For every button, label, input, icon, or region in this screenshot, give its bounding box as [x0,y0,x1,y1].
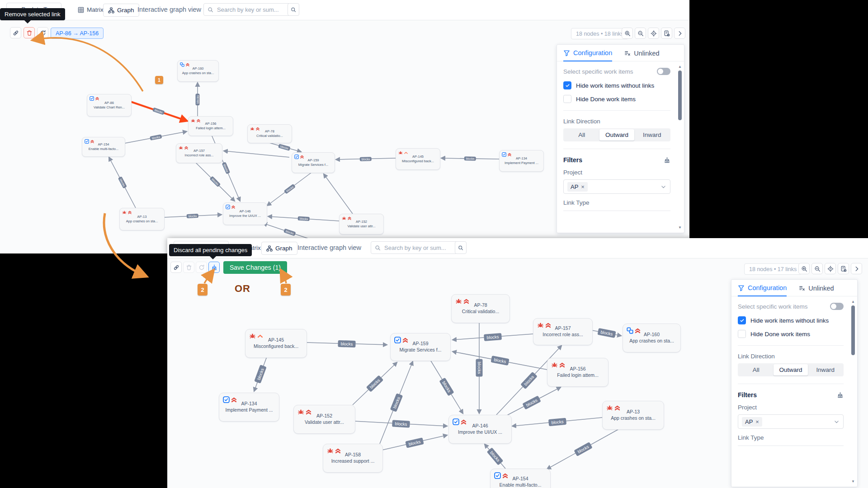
hide-without-links-checkbox[interactable]: Hide work items without links [563,81,670,89]
hide-done-checkbox[interactable]: Hide Done work items [563,95,670,103]
tab-graph[interactable]: Graph [103,4,139,17]
graph-node-ap-134[interactable]: AP-134Implement Payment ... [219,393,279,422]
graph-node-ap-157[interactable]: AP-157Incorrect role ass... [176,143,222,163]
graph-node-ap-78[interactable]: AP-78Critical validatio... [451,294,510,323]
scroll-down-icon[interactable]: ▼ [851,479,855,484]
config-scrollbar[interactable]: ▲▼ [850,300,856,484]
scroll-up-icon[interactable]: ▲ [678,65,682,69]
graph-node-ap-157[interactable]: AP-157Incorrect role ass... [533,318,593,345]
create-link-button[interactable] [10,27,21,38]
zoom-out-button[interactable] [811,263,823,274]
tab-configuration[interactable]: Configuration [563,49,612,61]
edge-label-blocks: blocks [548,418,566,426]
node-key: AP-160 [192,66,203,71]
graph-node-ap-13[interactable]: AP-13App crashes on sta... [119,208,165,230]
graph-node-ap-156[interactable]: AP-156Failed login attem... [547,358,609,387]
checkbox-checked-icon [738,316,746,324]
node-key: AP-157 [555,325,571,332]
chevron-right-icon [854,266,860,272]
priority-highest-icon [402,337,409,345]
node-key: AP-157 [193,149,205,153]
graph-node-ap-160[interactable]: AP-160App crashes on sta... [623,324,681,352]
graph-edge[interactable] [324,174,353,214]
center-view-button[interactable] [648,28,659,39]
edge-label-blocks: blocks [297,216,310,221]
export-report-button[interactable] [838,263,849,274]
priority-highest-icon [95,96,99,102]
graph-node-ap-134[interactable]: AP-134Implement Payment ... [499,150,544,172]
refresh-button[interactable] [37,27,48,38]
zoom-out-button[interactable] [635,28,646,39]
direction-inward-option[interactable]: Inward [808,364,843,375]
search-input[interactable] [371,241,459,254]
report-refresh-icon [664,30,670,37]
graph-node-ap-86[interactable]: AP-86Validate Chart Ren... [87,94,132,117]
graph-node-ap-158[interactable]: AP-158Increased support ... [323,444,383,473]
tab-configuration[interactable]: Configuration [738,284,787,296]
graph-node-ap-152[interactable]: AP-152Validate user attr... [339,214,384,235]
remove-tag-icon[interactable]: × [755,418,759,425]
discard-changes-button[interactable] [208,262,220,273]
clear-filters-broom-icon[interactable] [664,157,670,164]
direction-outward-option[interactable]: Outward [599,129,635,141]
direction-outward-option[interactable]: Outward [774,364,808,375]
zoom-in-button[interactable] [622,28,633,39]
graph-node-ap-13[interactable]: AP-13App crashes on sta... [602,401,664,430]
search-input[interactable] [203,3,292,16]
node-title: Enable multi-facto... [500,482,542,488]
link-icon [13,30,19,36]
node-title: App crashes on sta... [611,415,656,422]
graph-node-ap-154[interactable]: AP-154Enable multi-facto... [82,137,125,157]
select-specific-toggle[interactable] [830,303,844,310]
remove-tag-icon[interactable]: × [581,183,585,190]
graph-node-ap-160[interactable]: AP-160App crashes on sta... [177,60,219,82]
search-button[interactable] [455,241,467,254]
zoom-in-button[interactable] [798,263,810,274]
clear-filters-broom-icon[interactable] [837,392,844,399]
tab-unlinked[interactable]: Unlinked [798,284,834,296]
graph-node-ap-146[interactable]: AP-146Improve the UI/UX ... [448,415,512,444]
direction-all-option[interactable]: All [564,129,599,141]
graph-node-ap-152[interactable]: AP-152Validate user attr... [293,405,355,434]
bug-icon [342,216,346,222]
save-changes-button[interactable]: Save Changes (1) [223,261,287,274]
graph-node-ap-159[interactable]: AP-159Migrate Services f... [390,333,451,361]
config-scrollbar[interactable]: ▲▼ [677,65,683,230]
priority-highest-icon [184,145,189,151]
graph-node-ap-78[interactable]: AP-78Critical validatio... [247,124,292,143]
graph-edge[interactable] [224,151,289,157]
refresh-button[interactable] [196,262,207,273]
create-link-button[interactable] [170,262,182,273]
node-key: AP-78 [265,129,274,134]
direction-all-option[interactable]: All [739,364,774,375]
project-select[interactable]: AP× [563,179,670,194]
collapse-panel-button[interactable] [851,263,862,274]
center-view-button[interactable] [825,263,836,274]
node-title: App crashes on sta... [126,219,158,224]
graph-node-ap-159[interactable]: AP-159Migrate Services f... [292,152,335,173]
edge-label-blocks: blocks [464,156,476,160]
scroll-down-icon[interactable]: ▼ [678,225,682,230]
selected-link-chip[interactable]: AP-86 → AP-156 [51,28,104,39]
priority-highest-icon [231,205,236,211]
tab-graph[interactable]: Graph [261,242,297,255]
collapse-panel-button[interactable] [674,28,685,39]
project-select[interactable]: AP× [738,414,844,429]
select-specific-toggle[interactable] [657,68,670,75]
scroll-up-icon[interactable]: ▲ [851,300,855,304]
graph-node-ap-145[interactable]: AP-145Misconfigured back... [396,148,440,170]
graph-node-ap-154[interactable]: AP-154Enable multi-facto... [490,469,551,488]
hide-without-links-checkbox[interactable]: Hide work items without links [738,316,844,324]
graph-node-ap-156[interactable]: AP-156Failed login attem... [188,116,233,136]
graph-node-ap-145[interactable]: AP-145Misconfigured back... [245,329,307,358]
project-tag: AP× [742,417,762,427]
remove-link-button[interactable] [24,27,35,38]
search-button[interactable] [288,3,299,16]
remove-link-button[interactable] [183,262,194,273]
hide-done-checkbox[interactable]: Hide Done work items [738,330,844,338]
tab-unlinked[interactable]: Unlinked [624,49,659,61]
direction-inward-option[interactable]: Inward [634,129,670,141]
graph-node-ap-146[interactable]: AP-146Improve the UI/UX ... [223,202,267,225]
export-report-button[interactable] [661,28,672,39]
node-key: AP-145 [268,337,284,343]
